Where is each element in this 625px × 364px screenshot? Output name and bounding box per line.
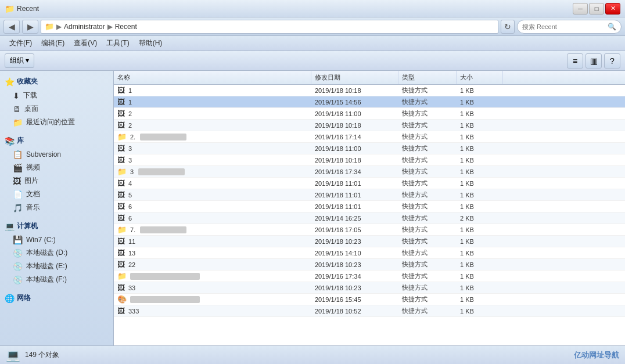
col-header-type[interactable]: 类型	[398, 71, 457, 84]
table-row[interactable]: 🖼 3 2019/1/18 11:00 快捷方式 1 KB	[114, 143, 625, 154]
organize-button[interactable]: 组织 ▾	[5, 53, 34, 68]
file-name-cell: 📁	[114, 271, 311, 282]
col-header-size[interactable]: 大小	[457, 71, 503, 84]
sidebar-item-local-f[interactable]: 💿 本地磁盘 (F:)	[0, 273, 113, 286]
sidebar-section-header-computer[interactable]: 💻 计算机	[0, 219, 113, 233]
search-input[interactable]	[522, 23, 605, 30]
file-date-cell: 2019/1/18 11:00	[311, 143, 398, 154]
file-size-cell: 1 KB	[457, 131, 503, 142]
column-header: 名称 修改日期 类型 大小	[114, 71, 625, 85]
file-name-cell: 🖼 5	[114, 189, 311, 200]
view-pane-button[interactable]: ▥	[586, 53, 602, 69]
sidebar-item-local-e[interactable]: 💿 本地磁盘 (E:)	[0, 260, 113, 273]
table-row[interactable]: 🎨 2019/1/16 15:45 快捷方式 1 KB	[114, 294, 625, 305]
forward-button[interactable]: ▶	[22, 20, 38, 34]
sidebar-item-desktop[interactable]: 🖥 桌面	[0, 102, 113, 116]
table-row[interactable]: 🖼 4 2019/1/18 11:01 快捷方式 1 KB	[114, 178, 625, 189]
file-name-text: 2.	[130, 134, 135, 140]
path-part-recent: Recent	[115, 23, 137, 31]
table-row[interactable]: 🖼 1 2019/1/15 14:56 快捷方式 1 KB	[114, 96, 625, 108]
table-row[interactable]: 🖼 6 2019/1/18 11:01 快捷方式 1 KB	[114, 201, 625, 212]
sidebar-section-header-library[interactable]: 📚 库	[0, 134, 113, 148]
table-row[interactable]: 🖼 5 2019/1/18 11:01 快捷方式 1 KB	[114, 189, 625, 201]
sidebar-item-win7c[interactable]: 💾 Win7 (C:)	[0, 233, 113, 246]
file-type-cell: 快捷方式	[398, 143, 457, 154]
back-button[interactable]: ◀	[3, 20, 20, 34]
col-header-date[interactable]: 修改日期	[311, 71, 398, 84]
file-date-cell: 2019/1/18 10:23	[311, 282, 398, 293]
search-icon[interactable]: 🔍	[608, 23, 616, 31]
toolbar-right: ≡ ▥ ?	[567, 53, 620, 69]
table-row[interactable]: 🖼 33 2019/1/18 10:23 快捷方式 1 KB	[114, 282, 625, 294]
table-row[interactable]: 📁 2. 2019/1/16 17:14 快捷方式 1 KB	[114, 131, 625, 143]
table-row[interactable]: 🖼 2 2019/1/18 11:00 快捷方式 1 KB	[114, 108, 625, 120]
table-row[interactable]: 🖼 22 2019/1/18 10:23 快捷方式 1 KB	[114, 259, 625, 271]
table-row[interactable]: 📁 7. 2019/1/16 17:05 快捷方式 1 KB	[114, 224, 625, 236]
file-icon: 🖼	[117, 98, 125, 106]
table-row[interactable]: 📁 3 2019/1/16 17:34 快捷方式 1 KB	[114, 166, 625, 178]
sidebar-item-downloads[interactable]: ⬇ 下载	[0, 89, 113, 102]
file-size-cell: 1 KB	[457, 178, 503, 189]
table-row[interactable]: 🖼 1 2019/1/18 10:18 快捷方式 1 KB	[114, 85, 625, 96]
refresh-button[interactable]: ↻	[501, 20, 515, 34]
table-row[interactable]: 🖼 11 2019/1/18 10:23 快捷方式 1 KB	[114, 236, 625, 247]
videos-icon: 🎬	[13, 163, 23, 172]
file-type-cell: 快捷方式	[398, 166, 457, 177]
file-size-cell: 2 KB	[457, 212, 503, 224]
file-name-text: 6	[128, 203, 132, 210]
menu-edit[interactable]: 编辑(E)	[37, 37, 69, 49]
file-size-cell: 1 KB	[457, 120, 503, 131]
menu-view[interactable]: 查看(V)	[69, 37, 102, 49]
pictures-label: 图片	[24, 176, 38, 186]
sidebar-section-library: 📚 库 📋 Subversion 🎬 视频 🖼 图片 📄 文档 🎵 音乐	[0, 130, 113, 215]
menu-tools[interactable]: 工具(T)	[102, 37, 134, 49]
sidebar-section-header-favorites[interactable]: ⭐ 收藏夹	[0, 74, 113, 89]
file-date-cell: 2019/1/18 10:18	[311, 120, 398, 131]
restore-button[interactable]: □	[589, 3, 604, 15]
search-box[interactable]: 🔍	[517, 20, 622, 34]
col-header-name[interactable]: 名称	[114, 71, 311, 84]
sidebar-item-pictures[interactable]: 🖼 图片	[0, 174, 113, 188]
menu-help[interactable]: 帮助(H)	[134, 37, 167, 49]
sidebar-section-header-network[interactable]: 🌐 网络	[0, 291, 113, 305]
file-name-cell: 🖼 22	[114, 259, 311, 270]
sidebar-item-local-d[interactable]: 💿 本地磁盘 (D:)	[0, 246, 113, 260]
favorites-label: 收藏夹	[17, 77, 38, 87]
file-icon: 🖼	[117, 237, 125, 246]
table-row[interactable]: 🖼 3 2019/1/18 10:18 快捷方式 1 KB	[114, 154, 625, 166]
file-size-cell: 1 KB	[457, 271, 503, 282]
file-type-cell: 快捷方式	[398, 108, 457, 119]
menu-file[interactable]: 文件(F)	[5, 37, 37, 49]
sidebar-item-recent-places[interactable]: 📁 最近访问的位置	[0, 116, 113, 129]
file-date-cell: 2019/1/15 14:10	[311, 247, 398, 258]
window-icon: 📁	[5, 4, 15, 13]
file-name-cell: 📁 3	[114, 166, 311, 177]
file-date-cell: 2019/1/18 11:00	[311, 108, 398, 119]
path-separator-1: ▶	[56, 23, 62, 31]
view-details-button[interactable]: ≡	[567, 53, 583, 69]
file-icon: 🖼	[117, 156, 125, 164]
table-row[interactable]: 🖼 333 2019/1/18 10:52 快捷方式 1 KB	[114, 305, 625, 317]
subversion-icon: 📋	[13, 150, 23, 159]
network-icon: 🌐	[5, 294, 15, 303]
sidebar-item-subversion[interactable]: 📋 Subversion	[0, 148, 113, 161]
sidebar-item-documents[interactable]: 📄 文档	[0, 188, 113, 201]
address-path[interactable]: 📁 ▶ Administrator ▶ Recent	[41, 20, 498, 34]
close-button[interactable]: ✕	[605, 3, 620, 15]
minimize-button[interactable]: ─	[573, 3, 588, 15]
file-name-text: 22	[128, 261, 135, 268]
library-icon: 📚	[5, 136, 15, 146]
local-e-icon: 💿	[13, 262, 23, 271]
file-icon: 🖼	[117, 283, 125, 292]
table-row[interactable]: 🖼 6 2019/1/14 16:25 快捷方式 2 KB	[114, 212, 625, 224]
file-date-cell: 2019/1/16 17:05	[311, 224, 398, 235]
file-size-cell: 1 KB	[457, 85, 503, 96]
table-row[interactable]: 📁 2019/1/16 17:34 快捷方式 1 KB	[114, 271, 625, 282]
table-row[interactable]: 🖼 2 2019/1/18 10:18 快捷方式 1 KB	[114, 120, 625, 131]
help-button[interactable]: ?	[604, 53, 620, 69]
path-part-admin: Administrator	[64, 23, 105, 31]
sidebar-item-music[interactable]: 🎵 音乐	[0, 201, 113, 214]
sidebar-item-videos[interactable]: 🎬 视频	[0, 161, 113, 174]
table-row[interactable]: 🖼 13 2019/1/15 14:10 快捷方式 1 KB	[114, 247, 625, 259]
menu-bar: 文件(F) 编辑(E) 查看(V) 工具(T) 帮助(H)	[0, 36, 625, 51]
